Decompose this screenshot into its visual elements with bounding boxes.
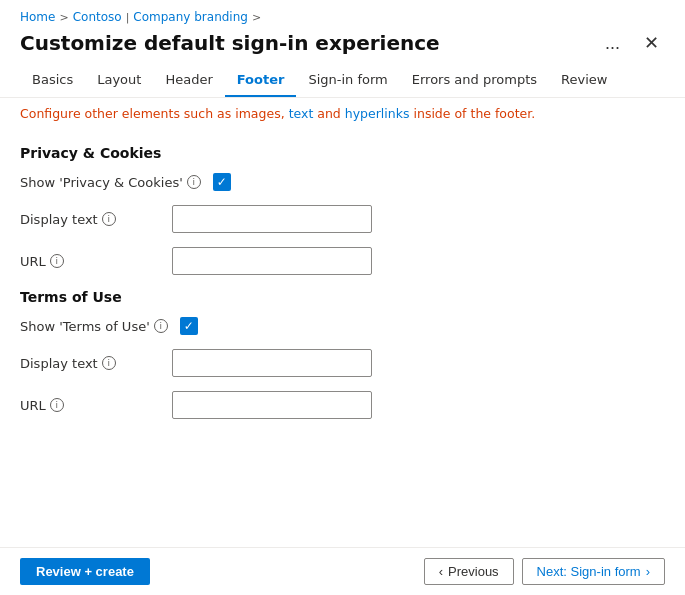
tab-footer[interactable]: Footer [225,64,297,97]
privacy-url-label: URL i [20,254,160,269]
previous-button[interactable]: ‹ Previous [424,558,514,585]
more-options-button[interactable]: ... [599,31,626,56]
breadcrumb-sep-2: | [126,11,130,24]
tab-review[interactable]: Review [549,64,619,97]
terms-url-label-text: URL [20,398,46,413]
privacy-display-text-info-icon[interactable]: i [102,212,116,226]
show-privacy-label: Show 'Privacy & Cookies' i [20,175,201,190]
show-terms-row: Show 'Terms of Use' i ✓ [20,317,665,335]
tab-signin-form[interactable]: Sign-in form [296,64,399,97]
terms-url-info-icon[interactable]: i [50,398,64,412]
info-bar: Configure other elements such as images,… [0,98,685,129]
breadcrumb-home[interactable]: Home [20,10,55,24]
check-icon: ✓ [217,176,227,188]
breadcrumb-contoso[interactable]: Contoso [73,10,122,24]
info-text-middle: and [317,106,345,121]
main-content: Privacy & Cookies Show 'Privacy & Cookie… [0,129,685,547]
terms-display-text-label-text: Display text [20,356,98,371]
chevron-right-icon: › [646,564,650,579]
previous-label: Previous [448,564,499,579]
breadcrumb-sep-3: > [252,11,261,24]
tab-header[interactable]: Header [153,64,224,97]
tabs-bar: Basics Layout Header Footer Sign-in form… [0,64,685,98]
show-privacy-row: Show 'Privacy & Cookies' i ✓ [20,173,665,191]
terms-of-use-title: Terms of Use [20,289,665,305]
terms-display-text-input[interactable] [172,349,372,377]
page-title: Customize default sign-in experience [20,31,440,55]
show-terms-checkbox[interactable]: ✓ [180,317,198,335]
close-button[interactable]: ✕ [638,30,665,56]
show-privacy-checkbox[interactable]: ✓ [213,173,231,191]
privacy-url-input[interactable] [172,247,372,275]
show-terms-label: Show 'Terms of Use' i [20,319,168,334]
tab-basics[interactable]: Basics [20,64,85,97]
breadcrumb: Home > Contoso | Company branding > [0,0,685,28]
show-terms-label-text: Show 'Terms of Use' [20,319,150,334]
check-icon-2: ✓ [184,320,194,332]
privacy-url-row: URL i [20,247,665,275]
info-link-hyperlinks[interactable]: hyperlinks [345,106,410,121]
privacy-url-info-icon[interactable]: i [50,254,64,268]
privacy-display-text-label: Display text i [20,212,160,227]
next-label: Next: Sign-in form [537,564,641,579]
privacy-url-label-text: URL [20,254,46,269]
terms-url-input[interactable] [172,391,372,419]
next-button[interactable]: Next: Sign-in form › [522,558,665,585]
privacy-display-text-label-text: Display text [20,212,98,227]
tab-errors-prompts[interactable]: Errors and prompts [400,64,549,97]
terms-display-text-info-icon[interactable]: i [102,356,116,370]
breadcrumb-company-branding[interactable]: Company branding [133,10,248,24]
terms-url-row: URL i [20,391,665,419]
nav-group: ‹ Previous Next: Sign-in form › [424,558,665,585]
privacy-display-text-input[interactable] [172,205,372,233]
header-row: Customize default sign-in experience ...… [0,28,685,64]
info-link-text[interactable]: text [289,106,314,121]
terms-display-text-row: Display text i [20,349,665,377]
privacy-cookies-title: Privacy & Cookies [20,145,665,161]
info-text-before: Configure other elements such as images, [20,106,285,121]
review-create-button[interactable]: Review + create [20,558,150,585]
show-privacy-info-icon[interactable]: i [187,175,201,189]
header-actions: ... ✕ [599,30,665,56]
show-privacy-label-text: Show 'Privacy & Cookies' [20,175,183,190]
page-wrapper: Home > Contoso | Company branding > Cust… [0,0,685,595]
terms-display-text-label: Display text i [20,356,160,371]
chevron-left-icon: ‹ [439,564,443,579]
breadcrumb-sep-1: > [59,11,68,24]
footer-bar: Review + create ‹ Previous Next: Sign-in… [0,547,685,595]
tab-layout[interactable]: Layout [85,64,153,97]
show-terms-info-icon[interactable]: i [154,319,168,333]
terms-url-label: URL i [20,398,160,413]
privacy-display-text-row: Display text i [20,205,665,233]
info-text-after: inside of the footer. [413,106,535,121]
